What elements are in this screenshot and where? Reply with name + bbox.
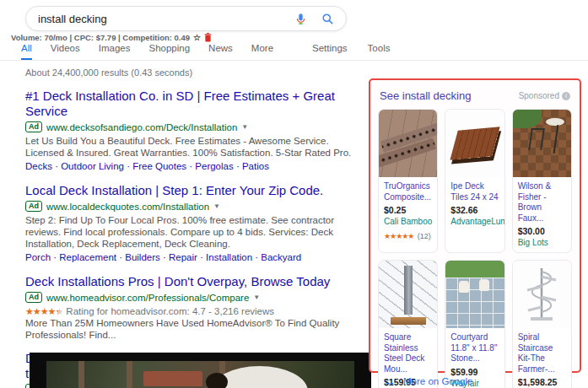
product-info: Spiral Staircase Kit-The Farmer-... $1,5… bbox=[513, 328, 571, 388]
tabs-right-group: Settings Tools bbox=[292, 43, 390, 61]
product-card-steel-deck-mount[interactable]: Square Stainless Steel Deck Mou... $159.… bbox=[378, 260, 438, 388]
tab-images[interactable]: Images bbox=[99, 43, 131, 61]
patio-chair-art bbox=[459, 281, 469, 293]
result-title-link[interactable]: Local Deck Installation | Step 1: Enter … bbox=[25, 183, 368, 198]
trash-icon[interactable] bbox=[204, 33, 212, 42]
result-sitelinks[interactable]: Decks · Outdoor Living · Free Quotes · P… bbox=[25, 160, 368, 173]
video-person-head bbox=[206, 373, 228, 388]
product-title[interactable]: Courtyard 11.8" x 11.8" Stone... bbox=[450, 332, 499, 364]
chevron-down-icon[interactable]: ▼ bbox=[253, 294, 260, 301]
ad-result-homeadvisor: Deck Installations Pros | Don't Overpay,… bbox=[25, 274, 368, 341]
product-price: $30.00 bbox=[518, 226, 566, 236]
product-info: TruOrganics Composite... $0.25 Cali Bamb… bbox=[379, 177, 437, 247]
wood-base-art bbox=[391, 317, 426, 325]
product-image-ipe-deck-tile bbox=[445, 110, 504, 177]
product-title[interactable]: Square Stainless Steel Deck Mou... bbox=[384, 332, 432, 375]
sponsored-label: Sponsored i bbox=[519, 91, 570, 100]
result-url-line: Ad www.localdeckquotes.com/Installation … bbox=[25, 201, 368, 212]
result-description: More Than 25M Homeowners Have Used HomeA… bbox=[25, 317, 368, 341]
rating-stars-icon: ★★★★★ bbox=[384, 232, 413, 240]
ad-result-decksofsandiego: #1 Deck Installation Co. in SD | Free Es… bbox=[25, 89, 368, 173]
tab-shopping[interactable]: Shopping bbox=[148, 43, 190, 61]
mic-icon-svg bbox=[294, 13, 307, 25]
product-image-deck-tiles-bistro-set bbox=[513, 110, 571, 177]
product-info: Wilson & Fisher - Brown Faux... $30.00 B… bbox=[513, 177, 571, 252]
tab-tools[interactable]: Tools bbox=[368, 43, 391, 61]
review-count: (12) bbox=[418, 232, 431, 240]
product-title[interactable]: Ipe Deck Tiles 24 x 24 bbox=[450, 181, 499, 202]
ad-badge: Ad bbox=[25, 292, 42, 303]
result-sitelinks[interactable]: Porch · Replacement · Builders · Repair … bbox=[25, 251, 368, 264]
result-title-link[interactable]: Deck Installations Pros | Don't Overpay,… bbox=[25, 274, 368, 289]
bistro-table-art bbox=[546, 118, 564, 126]
tab-settings[interactable]: Settings bbox=[312, 43, 348, 61]
bistro-table-leg-art bbox=[553, 125, 559, 154]
product-title[interactable]: TruOrganics Composite... bbox=[384, 181, 432, 202]
result-rating-line: ★★★★★ Rating for homeadvisor.com: 4.7 - … bbox=[25, 305, 368, 317]
rating-text: Rating for homeadvisor.com: 4.7 - 3,216 … bbox=[66, 305, 274, 317]
keyword-stats: Volume: 70/mo | CPC: $7.79 | Competition… bbox=[11, 33, 212, 42]
results-column: About 24,400,000 results (0.43 seconds) … bbox=[25, 67, 368, 388]
result-url: www.decksofsandiego.com/Deck/Installatio… bbox=[46, 122, 237, 132]
steel-post-art bbox=[404, 266, 413, 315]
result-url: www.localdeckquotes.com/Installation bbox=[46, 202, 209, 212]
product-price: $1,598.25 bbox=[518, 377, 566, 387]
search-icon-svg bbox=[321, 13, 334, 25]
arrow-right-icon: → bbox=[384, 376, 396, 386]
product-card-wilson-fisher[interactable]: Wilson & Fisher - Brown Faux... $30.00 B… bbox=[512, 109, 572, 253]
favorite-star-icon[interactable]: ☆ bbox=[193, 34, 201, 42]
product-card-ipe-tiles[interactable]: Ipe Deck Tiles 24 x 24 $32.66 AdvantageL… bbox=[445, 109, 504, 253]
video-still-image bbox=[46, 361, 354, 388]
rating-stars-icon: ★★★★★ bbox=[25, 305, 62, 317]
search-input[interactable]: install decking bbox=[38, 13, 294, 25]
info-icon[interactable]: i bbox=[562, 92, 570, 100]
result-title-link[interactable]: #1 Deck Installation Co. in SD | Free Es… bbox=[25, 89, 368, 119]
mic-icon[interactable] bbox=[294, 12, 307, 25]
see-install-decking-link[interactable]: See install decking bbox=[380, 89, 471, 102]
search-icon[interactable] bbox=[321, 12, 334, 25]
search-bar: install decking bbox=[25, 6, 347, 31]
result-description: Let Us Build You a Beautiful Deck. Free … bbox=[25, 135, 368, 159]
video-roof bbox=[143, 371, 202, 386]
tab-news[interactable]: News bbox=[208, 43, 233, 61]
product-card-courtyard-stone[interactable]: Courtyard 11.8" x 11.8" Stone... $59.99 … bbox=[445, 260, 504, 388]
spiral-staircase-art bbox=[522, 265, 561, 324]
result-url: www.homeadvisor.com/Professionals/Compar… bbox=[46, 293, 249, 303]
tab-videos[interactable]: Videos bbox=[51, 43, 80, 61]
product-info: Ipe Deck Tiles 24 x 24 $32.66 AdvantageL… bbox=[445, 177, 504, 231]
tab-all[interactable]: All bbox=[21, 43, 32, 61]
product-title[interactable]: Wilson & Fisher - Brown Faux... bbox=[518, 181, 566, 224]
product-merchant[interactable]: Big Lots bbox=[518, 238, 566, 247]
ad-badge: Ad bbox=[25, 121, 42, 132]
result-type-tabs: All Videos Images Shopping News More Set… bbox=[21, 42, 348, 61]
chevron-down-icon[interactable]: ▼ bbox=[213, 202, 220, 210]
product-price: $32.66 bbox=[450, 205, 499, 215]
product-image-spiral-staircase bbox=[513, 261, 571, 328]
ad-result-localdeckquotes: Local Deck Installation | Step 1: Enter … bbox=[25, 183, 368, 264]
sponsored-text: Sponsored bbox=[519, 91, 559, 100]
product-title[interactable]: Spiral Staircase Kit-The Farmer-... bbox=[518, 332, 566, 375]
more-on-google-link[interactable]: → More on Google bbox=[384, 376, 472, 386]
video-thumbnail[interactable] bbox=[30, 353, 371, 388]
result-url-line: Ad www.homeadvisor.com/Professionals/Com… bbox=[25, 292, 368, 303]
product-merchant[interactable]: AdvantageLumb... bbox=[450, 217, 499, 226]
product-merchant[interactable]: Cali Bamboo bbox=[384, 217, 432, 226]
bistro-chair-art bbox=[528, 128, 545, 150]
tabs-divider bbox=[0, 60, 588, 61]
more-on-google-text: More on Google bbox=[403, 376, 472, 386]
shopping-ads-panel: See install decking Sponsored i TruOrgan… bbox=[369, 78, 581, 373]
result-url-line: Ad www.decksofsandiego.com/Deck/Installa… bbox=[25, 121, 368, 132]
tab-more[interactable]: More bbox=[251, 43, 273, 61]
products-grid: TruOrganics Composite... $0.25 Cali Bamb… bbox=[378, 109, 572, 388]
product-rating: ★★★★★ (12) bbox=[384, 227, 432, 242]
grass-art bbox=[513, 110, 542, 128]
product-card-truorganics[interactable]: TruOrganics Composite... $0.25 Cali Bamb… bbox=[378, 109, 438, 253]
product-price: $0.25 bbox=[384, 205, 432, 215]
ad-badge: Ad bbox=[25, 201, 42, 212]
product-card-spiral-staircase[interactable]: Spiral Staircase Kit-The Farmer-... $1,5… bbox=[512, 260, 572, 388]
chevron-down-icon[interactable]: ▼ bbox=[241, 123, 248, 131]
product-image-steel-post bbox=[379, 261, 437, 328]
product-price: $59.99 bbox=[450, 367, 499, 377]
ipe-tile-art bbox=[450, 127, 499, 159]
search-results-page: install decking Volume: 70/mo | CPC: $7.… bbox=[0, 0, 588, 388]
